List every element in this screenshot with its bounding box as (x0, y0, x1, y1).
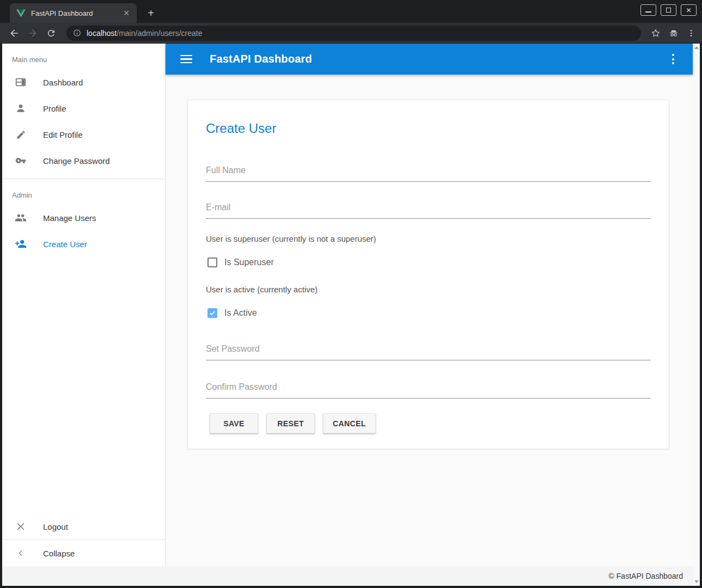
forward-button[interactable] (25, 26, 40, 41)
sidebar-item-change-password[interactable]: Change Password (2, 148, 165, 174)
full-name-field-wrap (206, 163, 651, 182)
sidebar-section-admin: Admin (2, 179, 165, 205)
window-maximize-button[interactable] (661, 4, 676, 16)
sidebar-item-label: Change Password (43, 156, 110, 166)
copyright-text: © FastAPI Dashboard (609, 572, 683, 580)
pencil-icon (15, 128, 27, 140)
app-title: FastAPI Dashboard (210, 53, 312, 65)
reload-button[interactable] (44, 26, 59, 41)
sidebar-item-create-user[interactable]: Create User (2, 231, 165, 257)
close-icon: ✕ (686, 7, 691, 14)
cancel-button[interactable]: CANCEL (323, 413, 376, 433)
page-footer: © FastAPI Dashboard (2, 566, 693, 586)
sidebar-item-dashboard[interactable]: Dashboard (2, 69, 165, 95)
sidebar-item-manage-users[interactable]: Manage Users (2, 205, 165, 231)
app-menu-kebab-icon[interactable] (670, 52, 676, 66)
sidebar-item-label: Manage Users (43, 213, 96, 223)
set-password-input[interactable] (206, 342, 651, 360)
url-bar[interactable]: localhost/main/admin/users/create (66, 26, 641, 41)
sidebar-item-collapse[interactable]: Collapse (2, 540, 165, 566)
main-content: Create User User is superuser (currently… (166, 75, 693, 566)
browser-window: FastAPI Dashboard ✕ + ✕ localhost/main/a… (0, 0, 702, 588)
sidebar-item-edit-profile[interactable]: Edit Profile (2, 121, 165, 148)
sidebar-item-label: Edit Profile (43, 130, 83, 139)
checkmark-icon (209, 309, 216, 317)
scrollbar-down-arrow-icon[interactable] (694, 580, 699, 583)
superuser-hint: User is superuser (currently is not a su… (206, 234, 651, 243)
active-hint: User is active (currently active) (206, 285, 651, 294)
browser-menu-kebab-icon[interactable] (687, 29, 695, 38)
sidebar-item-label: Profile (43, 104, 66, 113)
url-host: localhost (87, 29, 117, 38)
page-scrollbar[interactable] (693, 44, 700, 586)
key-icon (15, 155, 27, 167)
page-viewport: Main menu Dashboard Profile (2, 44, 700, 586)
people-icon (15, 212, 27, 224)
tab-close-icon[interactable]: ✕ (121, 8, 131, 18)
is-active-label: Is Active (224, 308, 257, 318)
is-active-checkbox[interactable] (207, 308, 217, 318)
tab-title: FastAPI Dashboard (31, 9, 121, 17)
person-icon (15, 102, 27, 114)
sidebar-item-label: Dashboard (43, 78, 83, 87)
is-superuser-checkbox[interactable] (207, 258, 217, 267)
back-button[interactable] (7, 26, 22, 41)
incognito-icon (668, 28, 679, 39)
scrollbar-up-arrow-icon[interactable] (694, 46, 699, 49)
maximize-icon (666, 8, 671, 13)
dashboard-icon (15, 76, 27, 88)
sidebar-item-label: Logout (43, 522, 68, 531)
forward-arrow-icon (27, 28, 38, 39)
sidebar-item-profile[interactable]: Profile (2, 95, 165, 121)
window-close-button[interactable]: ✕ (681, 4, 697, 16)
superuser-checkbox-row: Is Superuser (206, 258, 651, 267)
full-name-input[interactable] (206, 163, 651, 182)
sidebar-section-main-menu: Main menu (2, 44, 165, 69)
page-title: Create User (206, 121, 651, 136)
vue-logo-icon (16, 9, 26, 17)
browser-toolbar: localhost/main/admin/users/create (0, 23, 702, 44)
person-add-icon (15, 238, 27, 250)
reset-button[interactable]: RESET (266, 413, 315, 433)
back-arrow-icon (9, 28, 20, 39)
new-tab-button[interactable]: + (143, 5, 158, 21)
chevron-left-icon (15, 547, 27, 559)
sidebar: Main menu Dashboard Profile (2, 44, 166, 566)
save-button[interactable]: SAVE (210, 413, 258, 433)
confirm-password-field-wrap (206, 380, 651, 399)
window-minimize-button[interactable] (640, 4, 656, 16)
email-input[interactable] (206, 200, 651, 219)
confirm-password-input[interactable] (206, 380, 651, 399)
hamburger-menu-icon[interactable] (180, 55, 192, 64)
set-password-field-wrap (206, 342, 651, 360)
toolbar-actions (651, 28, 695, 39)
sidebar-item-label: Create User (43, 240, 87, 249)
app-toolbar: FastAPI Dashboard (166, 44, 693, 75)
browser-titlebar: FastAPI Dashboard ✕ + ✕ (0, 0, 702, 23)
email-field-wrap (206, 200, 651, 219)
active-checkbox-row: Is Active (206, 308, 651, 318)
sidebar-spacer (2, 257, 165, 513)
site-info-icon[interactable] (73, 29, 81, 37)
create-user-card: Create User User is superuser (currently… (187, 100, 669, 449)
reload-icon (46, 28, 56, 38)
bookmark-star-icon[interactable] (651, 28, 661, 38)
sidebar-item-logout[interactable]: Logout (2, 513, 165, 540)
main-area: FastAPI Dashboard Create User (166, 44, 693, 566)
logout-x-icon (15, 520, 27, 532)
window-controls: ✕ (640, 4, 697, 16)
browser-tab[interactable]: FastAPI Dashboard ✕ (10, 3, 137, 23)
is-superuser-label: Is Superuser (224, 258, 274, 267)
url-path: /main/admin/users/create (117, 29, 202, 38)
minimize-icon (645, 11, 651, 13)
sidebar-item-label: Collapse (43, 549, 75, 558)
form-actions: SAVE RESET CANCEL (206, 413, 651, 433)
